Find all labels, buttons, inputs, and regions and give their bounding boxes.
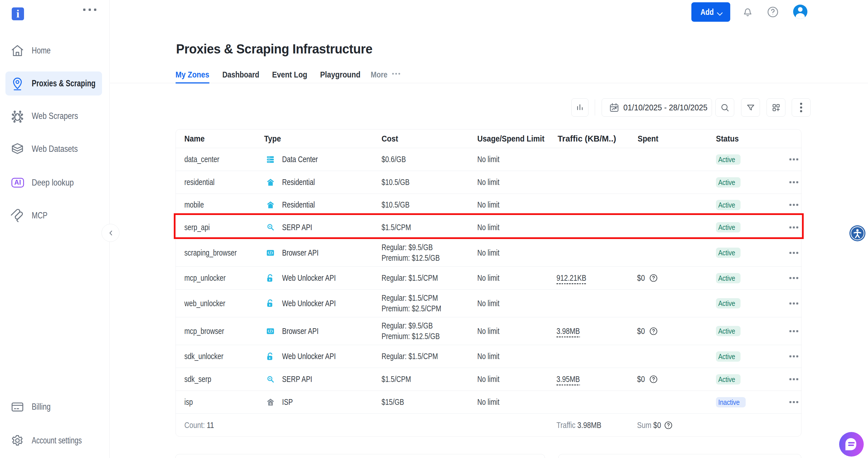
svg-text:S: S	[270, 402, 272, 406]
